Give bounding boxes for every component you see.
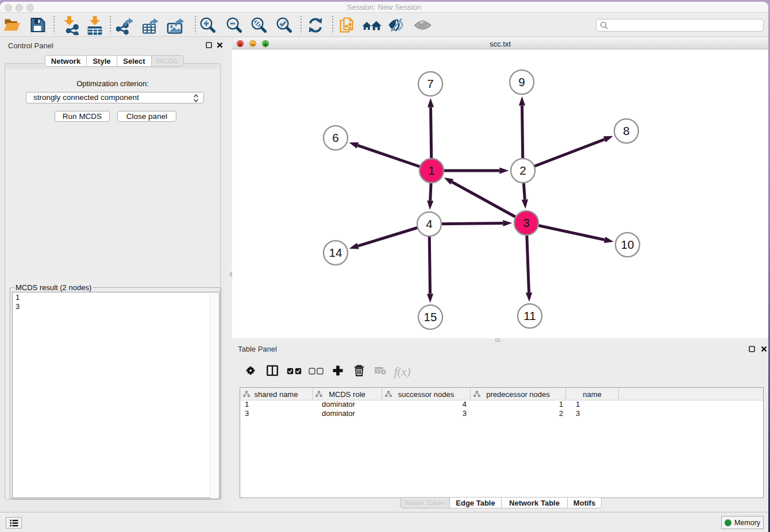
svg-text:14: 14 — [329, 246, 342, 259]
svg-text:6: 6 — [332, 131, 338, 144]
svg-text:2: 2 — [519, 164, 526, 177]
svg-text:4: 4 — [426, 217, 432, 230]
svg-text:10: 10 — [621, 238, 634, 251]
svg-text:1: 1 — [428, 164, 434, 177]
svg-text:7: 7 — [427, 77, 433, 90]
svg-text:11: 11 — [523, 309, 536, 322]
svg-text:15: 15 — [424, 310, 437, 323]
svg-text:9: 9 — [518, 75, 525, 88]
svg-text:8: 8 — [623, 124, 629, 137]
svg-text:3: 3 — [523, 216, 529, 229]
